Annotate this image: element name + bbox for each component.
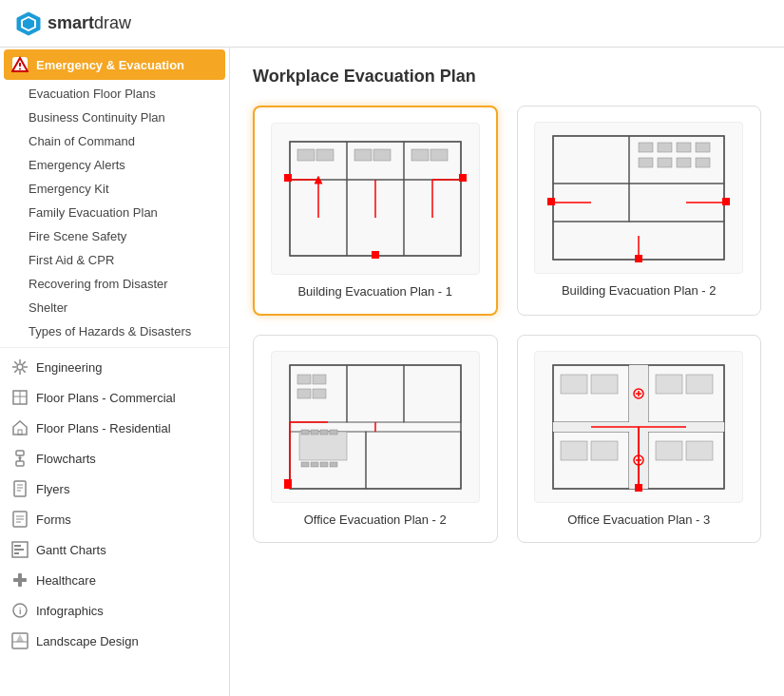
template-card-oep2[interactable]: Office Evacuation Plan - 2 — [253, 335, 498, 543]
template-label-oep2: Office Evacuation Plan - 2 — [304, 512, 447, 527]
sidebar-item-healthcare-label: Healthcare — [36, 573, 96, 588]
svg-rect-56 — [430, 149, 448, 161]
template-thumb-bep1 — [271, 123, 480, 275]
sidebar-sub-business-continuity[interactable]: Business Continuity Plan — [0, 106, 229, 129]
forms-icon — [11, 511, 29, 528]
sidebar-sub-first-aid[interactable]: First Aid & CPR — [0, 248, 229, 272]
svg-rect-52 — [316, 149, 334, 161]
sidebar-item-landscape[interactable]: Landscape Design — [0, 626, 229, 656]
svg-rect-116 — [591, 375, 618, 394]
svg-rect-72 — [658, 143, 672, 152]
svg-rect-78 — [696, 158, 710, 167]
sidebar-sub-family-evacuation[interactable]: Family Evacuation Plan — [0, 201, 229, 224]
sidebar-sub-shelter[interactable]: Shelter — [0, 296, 229, 319]
sidebar-divider-1 — [0, 347, 229, 348]
sidebar-item-infographics-label: Infographics — [36, 604, 104, 618]
svg-rect-95 — [330, 430, 337, 435]
svg-rect-94 — [320, 430, 328, 435]
svg-rect-119 — [561, 441, 587, 460]
svg-rect-21 — [16, 451, 24, 455]
svg-rect-34 — [14, 545, 21, 547]
svg-rect-22 — [16, 461, 24, 466]
floor-residential-icon — [11, 419, 29, 436]
svg-rect-122 — [686, 441, 713, 460]
sidebar-item-forms[interactable]: Forms — [0, 504, 229, 534]
sidebar-sub-chain-of-command[interactable]: Chain of Command — [0, 129, 229, 153]
svg-rect-79 — [547, 198, 555, 205]
svg-rect-121 — [656, 441, 682, 460]
landscape-icon — [11, 632, 29, 649]
sidebar-sub-fire-scene[interactable]: Fire Scene Safety — [0, 224, 229, 248]
svg-rect-73 — [677, 143, 691, 152]
template-card-oep3[interactable]: Office Evacuation Plan - 3 — [517, 335, 762, 543]
sidebar-item-emergency-label: Emergency & Evacuation — [36, 58, 184, 72]
floor-commercial-icon — [11, 389, 29, 406]
svg-rect-74 — [696, 143, 710, 152]
svg-marker-24 — [18, 457, 22, 460]
svg-marker-19 — [13, 421, 27, 435]
sidebar-sub-recovering[interactable]: Recovering from Disaster — [0, 272, 229, 296]
templates-grid: Building Evacuation Plan - 1 — [253, 106, 761, 543]
sidebar-item-floor-commercial-label: Floor Plans - Commercial — [36, 391, 176, 405]
sidebar-sub-emergency-kit[interactable]: Emergency Kit — [0, 177, 229, 201]
app-header: smartdraw — [0, 0, 784, 48]
sidebar-item-forms-label: Forms — [36, 512, 71, 527]
template-label-oep3: Office Evacuation Plan - 3 — [567, 512, 710, 527]
sidebar: Emergency & Evacuation Evacuation Floor … — [0, 48, 230, 696]
svg-rect-115 — [561, 375, 587, 394]
sidebar-item-healthcare[interactable]: Healthcare — [0, 565, 229, 595]
template-thumb-oep2 — [271, 351, 480, 503]
svg-rect-80 — [722, 198, 730, 205]
svg-rect-97 — [311, 462, 318, 467]
flyers-icon — [11, 480, 29, 497]
sidebar-item-engineering[interactable]: Engineering — [0, 352, 229, 382]
infographics-icon: i — [11, 602, 29, 619]
sidebar-item-flowcharts[interactable]: Flowcharts — [0, 443, 229, 474]
svg-rect-71 — [639, 143, 653, 152]
svg-point-7 — [17, 364, 23, 370]
sidebar-item-gantt[interactable]: Gantt Charts — [0, 534, 229, 565]
template-thumb-bep2 — [534, 122, 743, 274]
sidebar-item-landscape-label: Landscape Design — [36, 634, 139, 648]
svg-line-12 — [14, 361, 17, 364]
svg-rect-92 — [301, 430, 309, 435]
svg-rect-107 — [284, 479, 292, 489]
sidebar-sub-evacuation-floor-plans[interactable]: Evacuation Floor Plans — [0, 82, 229, 106]
template-label-bep2: Building Evacuation Plan - 2 — [562, 283, 717, 298]
svg-rect-77 — [677, 158, 691, 167]
svg-text:i: i — [19, 607, 22, 616]
svg-rect-93 — [311, 430, 318, 435]
template-card-bep2[interactable]: Building Evacuation Plan - 2 — [517, 106, 762, 316]
svg-line-14 — [23, 361, 26, 364]
svg-point-6 — [19, 68, 21, 70]
template-card-bep1[interactable]: Building Evacuation Plan - 1 — [253, 106, 498, 316]
sidebar-item-floor-commercial[interactable]: Floor Plans - Commercial — [0, 382, 229, 413]
sidebar-sub-emergency-alerts[interactable]: Emergency Alerts — [0, 153, 229, 177]
sidebar-item-emergency[interactable]: Emergency & Evacuation — [4, 49, 225, 80]
svg-rect-64 — [372, 251, 379, 259]
svg-rect-63 — [459, 174, 467, 182]
sidebar-item-flyers-label: Flyers — [36, 482, 69, 496]
svg-rect-117 — [656, 375, 682, 394]
svg-rect-53 — [354, 149, 372, 161]
template-thumb-oep3 — [534, 351, 743, 503]
svg-rect-76 — [658, 158, 672, 167]
page-title: Workplace Evacuation Plan — [253, 67, 761, 87]
svg-line-13 — [23, 370, 26, 373]
svg-rect-91 — [299, 432, 347, 460]
engineering-icon — [11, 358, 29, 376]
logo: smartdraw — [15, 10, 131, 37]
svg-rect-118 — [686, 375, 713, 394]
svg-line-15 — [14, 370, 17, 373]
sidebar-sub-types-hazards[interactable]: Types of Hazards & Disasters — [0, 319, 229, 343]
sidebar-item-flowcharts-label: Flowcharts — [36, 452, 96, 466]
sidebar-item-gantt-label: Gantt Charts — [36, 543, 106, 557]
gantt-icon — [11, 541, 29, 558]
sidebar-item-engineering-label: Engineering — [36, 360, 102, 375]
sidebar-item-infographics[interactable]: i Infographics — [0, 595, 229, 626]
svg-rect-96 — [301, 462, 309, 467]
sidebar-item-floor-residential[interactable]: Floor Plans - Residential — [0, 413, 229, 443]
warning-icon — [11, 56, 29, 73]
svg-rect-35 — [14, 549, 24, 551]
sidebar-item-flyers[interactable]: Flyers — [0, 474, 229, 504]
